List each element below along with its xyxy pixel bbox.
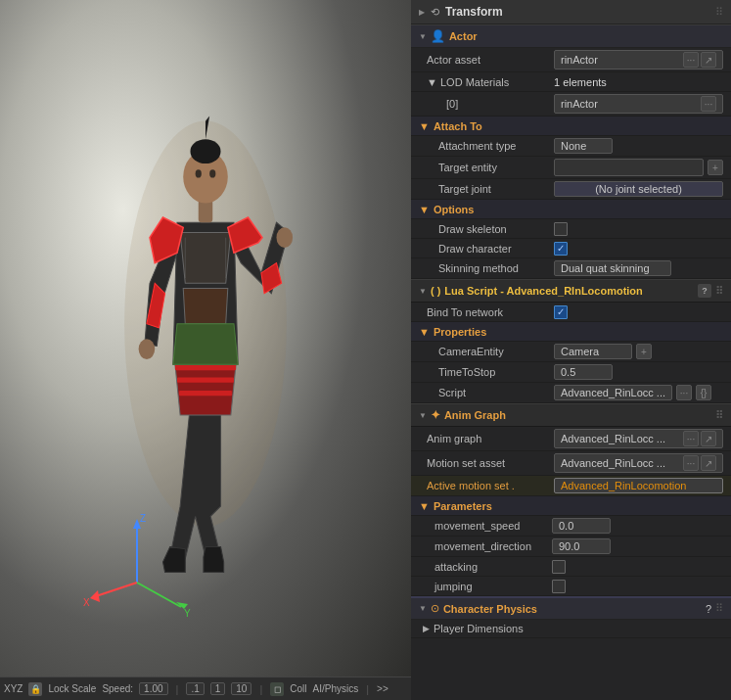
physics-question-btn[interactable]: ? bbox=[706, 603, 711, 615]
target-entity-field[interactable] bbox=[554, 159, 704, 176]
attach-to-header[interactable]: ▼ Attach To bbox=[411, 117, 731, 136]
xyz-label: XYZ bbox=[4, 683, 23, 694]
bind-to-network-label: Bind To network bbox=[427, 306, 554, 318]
axis-arrows: Z X Y bbox=[78, 504, 196, 622]
options-header[interactable]: ▼ Options bbox=[411, 200, 731, 219]
script-dots-btn[interactable]: ··· bbox=[676, 385, 692, 400]
separator1: | bbox=[176, 683, 179, 695]
jumping-row: jumping bbox=[411, 577, 731, 596]
svg-rect-2 bbox=[177, 378, 234, 383]
actor-asset-value-container: rinActor ··· ↗ bbox=[554, 50, 723, 70]
lua-drag-icon: ⠿ bbox=[715, 285, 723, 298]
motion-set-arrow-btn[interactable]: ↗ bbox=[701, 455, 716, 471]
anim-graph-arrow-btn[interactable]: ↗ bbox=[701, 431, 716, 446]
player-dimensions-row[interactable]: ▶ Player Dimensions bbox=[411, 620, 731, 638]
lock-scale-label: Lock Scale bbox=[48, 683, 96, 694]
active-motion-set-value[interactable]: Advanced_RinLocomotion bbox=[554, 478, 723, 493]
active-motion-set-value-container: Advanced_RinLocomotion bbox=[554, 478, 723, 493]
lua-script-section-header[interactable]: ▼ ( ) Lua Script - Advanced_RInLocomotio… bbox=[411, 279, 731, 303]
physics-header-left: ▼ ⊙ Character Physics bbox=[419, 602, 537, 615]
active-motion-set-row: Active motion set . Advanced_RinLocomoti… bbox=[411, 476, 731, 496]
transform-drag-icon: ⠿ bbox=[715, 6, 723, 19]
camera-entity-add-btn[interactable]: + bbox=[636, 344, 652, 359]
motion-set-asset-value[interactable]: Advanced_RinLocc ... ··· ↗ bbox=[554, 453, 723, 473]
camera-entity-value[interactable]: Camera bbox=[554, 344, 632, 359]
character-physics-title: Character Physics bbox=[443, 603, 537, 615]
target-joint-row: Target joint (No joint selected) bbox=[411, 179, 731, 200]
actor-asset-value[interactable]: rinActor ··· ↗ bbox=[554, 50, 723, 70]
character-physics-section-header[interactable]: ▼ ⊙ Character Physics ? ⠿ bbox=[411, 596, 731, 620]
lua-properties-header[interactable]: ▼ Properties bbox=[411, 322, 731, 342]
target-entity-label: Target entity bbox=[427, 162, 554, 173]
lod-materials-count: 1 elements bbox=[554, 76, 607, 88]
movement-speed-row: movement_speed 0.0 bbox=[411, 516, 731, 537]
no-joint-dropdown[interactable]: (No joint selected) bbox=[554, 181, 723, 197]
motion-set-dots-btn[interactable]: ··· bbox=[683, 455, 699, 471]
svg-point-5 bbox=[277, 227, 294, 248]
step1[interactable]: .1 bbox=[186, 682, 204, 695]
motion-set-asset-label: Motion set asset bbox=[427, 457, 554, 469]
properties-panel: ▶ ⟲ Transform ⠿ ▼ 👤 Actor Actor asset ri… bbox=[411, 0, 731, 700]
movement-direction-value[interactable]: 90.0 bbox=[552, 538, 611, 554]
actor-title: Actor bbox=[449, 30, 478, 42]
lock-icon[interactable]: 🔒 bbox=[28, 682, 42, 696]
skinning-method-dropdown[interactable]: Dual quat skinning bbox=[554, 260, 671, 276]
lua-header-left: ▼ ( ) Lua Script - Advanced_RInLocomotio… bbox=[419, 285, 643, 297]
lua-properties-arrow: ▼ bbox=[419, 326, 430, 338]
draw-character-checkbox[interactable]: ✓ bbox=[554, 242, 568, 256]
movement-direction-label: movement_direction bbox=[434, 540, 552, 552]
lua-question-btn[interactable]: ? bbox=[698, 284, 711, 298]
motion-set-asset-value-container: Advanced_RinLocc ... ··· ↗ bbox=[554, 453, 723, 473]
draw-character-value: ✓ bbox=[554, 242, 723, 256]
actor-asset-arrow-btn[interactable]: ↗ bbox=[701, 52, 716, 68]
script-label: Script bbox=[427, 387, 554, 398]
movement-speed-value[interactable]: 0.0 bbox=[552, 518, 611, 534]
anim-graph-section-header[interactable]: ▼ ✦ Anim Graph ⠿ bbox=[411, 403, 731, 427]
attacking-checkbox[interactable] bbox=[552, 560, 566, 574]
script-braces-btn[interactable]: {} bbox=[696, 385, 711, 400]
viewport[interactable]: Z X Y XYZ 🔒 Lock Scale Speed: 1.00 | .1 … bbox=[0, 0, 411, 700]
jumping-label: jumping bbox=[434, 581, 552, 592]
skinning-method-row: Skinning method Dual quat skinning bbox=[411, 258, 731, 279]
bind-to-network-checkbox[interactable]: ✓ bbox=[554, 305, 568, 319]
lua-properties-label: ▼ Properties bbox=[419, 326, 486, 338]
transform-section-header[interactable]: ▶ ⟲ Transform ⠿ bbox=[411, 0, 731, 24]
jumping-checkbox[interactable] bbox=[552, 580, 566, 593]
lua-expand-arrow: ▼ bbox=[419, 287, 427, 296]
draw-skeleton-label: Draw skeleton bbox=[427, 223, 554, 235]
anim-graph-value[interactable]: Advanced_RinLocc ... ··· ↗ bbox=[554, 429, 723, 448]
camera-entity-label: CameraEntity bbox=[427, 346, 554, 357]
lod-index-value[interactable]: rinActor ··· bbox=[554, 94, 723, 114]
lod-index-dots-btn[interactable]: ··· bbox=[701, 96, 716, 112]
physics-icon: ⊙ bbox=[431, 602, 439, 615]
anim-graph-icon: ✦ bbox=[431, 408, 440, 422]
physics-drag-icon: ⠿ bbox=[715, 602, 723, 615]
speed-value[interactable]: 1.00 bbox=[139, 682, 167, 695]
svg-marker-17 bbox=[90, 590, 100, 602]
options-label: ▼ Options bbox=[419, 204, 474, 215]
step3[interactable]: 10 bbox=[231, 682, 251, 695]
anim-graph-dots-btn[interactable]: ··· bbox=[683, 431, 699, 446]
target-entity-value: + bbox=[554, 159, 723, 176]
ai-label[interactable]: AI/Physics bbox=[313, 683, 359, 694]
step2[interactable]: 1 bbox=[210, 682, 226, 695]
svg-point-8 bbox=[190, 139, 220, 163]
script-value[interactable]: Advanced_RinLocc ... bbox=[554, 385, 672, 400]
actor-section-header[interactable]: ▼ 👤 Actor bbox=[411, 24, 731, 48]
collision-icon[interactable]: ◻ bbox=[270, 682, 284, 696]
target-joint-value: (No joint selected) bbox=[554, 181, 723, 197]
attachment-type-dropdown[interactable]: None bbox=[554, 138, 613, 154]
actor-asset-dots-btn[interactable]: ··· bbox=[683, 52, 699, 68]
lod-expand-arrow[interactable]: ▼ bbox=[427, 76, 437, 88]
target-entity-add-btn[interactable]: + bbox=[708, 160, 723, 175]
separator2: | bbox=[259, 683, 262, 695]
attacking-row: attacking bbox=[411, 557, 731, 577]
parameters-header[interactable]: ▼ Parameters bbox=[411, 496, 731, 516]
draw-skeleton-checkbox[interactable] bbox=[554, 222, 568, 236]
time-to-stop-input[interactable]: 0.5 bbox=[554, 364, 613, 380]
more-btn[interactable]: >> bbox=[377, 683, 388, 694]
parameters-arrow: ▼ bbox=[419, 500, 430, 512]
svg-point-10 bbox=[209, 169, 215, 177]
anim-expand-arrow: ▼ bbox=[419, 411, 427, 420]
player-dimensions-label: Player Dimensions bbox=[434, 623, 524, 634]
